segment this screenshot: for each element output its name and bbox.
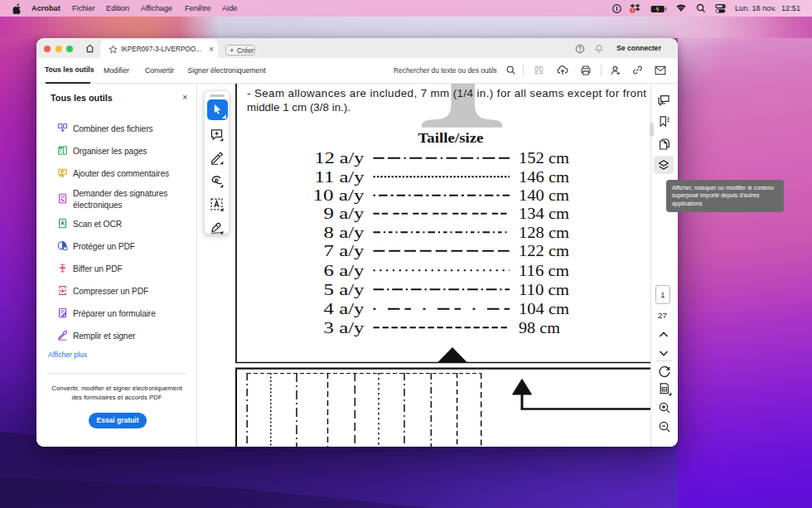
svg-text:- Seam allowances are included: - Seam allowances are included, 7 mm (1/… [247,87,646,99]
svg-text:6 a/y: 6 a/y [324,262,365,279]
svg-text:134 cm: 134 cm [519,205,569,222]
svg-text:128 cm: 128 cm [519,224,569,241]
svg-text:110 cm: 110 cm [519,281,569,298]
svg-text:152 cm: 152 cm [519,149,569,167]
svg-text:7 a/y: 7 a/y [324,242,365,259]
svg-text:3 a/y: 3 a/y [324,319,365,336]
svg-text:9 a/y: 9 a/y [324,205,365,222]
svg-text:122 cm: 122 cm [519,242,569,259]
svg-text:4 a/y: 4 a/y [324,300,365,317]
svg-text:Taille/size: Taille/size [418,129,484,146]
svg-text:middle 1 cm (3/8 in.).: middle 1 cm (3/8 in.). [247,101,350,114]
svg-text:5 a/y: 5 a/y [324,281,365,298]
svg-text:12 a/y: 12 a/y [315,149,365,167]
svg-text:11 a/y: 11 a/y [315,168,365,186]
svg-text:146 cm: 146 cm [519,168,569,186]
svg-text:116 cm: 116 cm [519,262,569,279]
svg-text:104 cm: 104 cm [519,300,569,317]
svg-text:8 a/y: 8 a/y [324,224,365,241]
svg-text:3: 3 [631,7,634,12]
svg-text:10 a/y: 10 a/y [313,186,365,204]
svg-text:98 cm: 98 cm [519,319,560,336]
svg-text:140 cm: 140 cm [519,186,569,204]
